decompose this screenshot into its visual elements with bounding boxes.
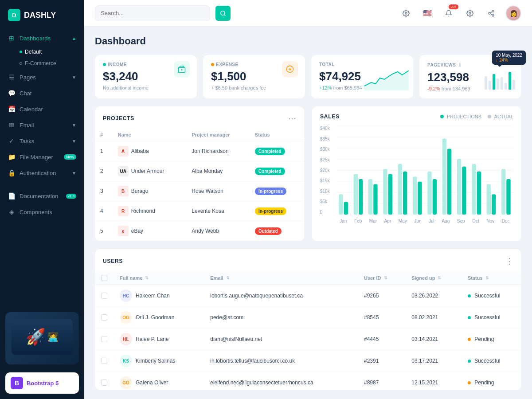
sales-header: SALES PROJECTIONS ACTUAL [320, 113, 513, 120]
flag-icon[interactable]: 🇺🇸 [420, 6, 434, 20]
gear-icon[interactable] [463, 6, 477, 20]
search-button[interactable] [215, 6, 231, 21]
user-avatar[interactable]: 👩 [505, 5, 521, 21]
row-checkbox[interactable] [101, 336, 107, 342]
select-all-checkbox[interactable] [101, 275, 107, 281]
actual-dot [488, 115, 491, 118]
status-dot [468, 316, 471, 319]
bell-icon[interactable]: 20+ [442, 6, 456, 20]
logo[interactable]: D DASHLY [0, 0, 84, 30]
col-userid[interactable]: User ID ⇅ [358, 271, 405, 285]
svg-rect-47 [506, 179, 510, 215]
svg-rect-43 [477, 172, 481, 215]
file-manager-icon: 📁 [8, 153, 15, 160]
income-icon [174, 61, 190, 77]
version-badge: v1.0 [66, 194, 76, 199]
inactive-dot [20, 62, 22, 65]
row-checkbox[interactable] [101, 293, 107, 299]
sidebar-item-calendar[interactable]: 📅 Calendar [0, 101, 84, 117]
logo-icon: D [8, 9, 20, 21]
svg-rect-29 [373, 184, 377, 215]
projects-menu[interactable]: ⋯ [288, 113, 296, 123]
col-status[interactable]: Status ⇅ [462, 271, 521, 285]
sidebar-item-email[interactable]: ✉ Email ▼ [0, 117, 84, 133]
status-text: Successful [474, 358, 500, 364]
user-name: Galena Oliver [136, 379, 168, 386]
table-row: 2 UA Under Armour Alba Monday Completed [95, 161, 304, 181]
sidebar-item-authentication[interactable]: 🔒 Authentication ▼ [0, 165, 84, 181]
row-status: In-progress [250, 181, 304, 201]
row-checkbox-cell [95, 285, 113, 307]
pageviews-change: -9.2% [427, 86, 440, 91]
svg-rect-41 [462, 166, 466, 215]
x-label: Feb [354, 219, 362, 223]
row-checkbox[interactable] [101, 314, 107, 321]
sidebar-item-chat[interactable]: 💬 Chat [0, 85, 84, 101]
pageviews-tooltip: 10 May, 2022 ↓ 24% [492, 51, 526, 65]
settings-icon-btn[interactable] [399, 6, 413, 20]
svg-rect-27 [359, 179, 363, 215]
sidebar-subitem-default[interactable]: Default [20, 46, 84, 58]
users-menu[interactable]: ⋮ [505, 256, 513, 266]
svg-rect-30 [383, 169, 387, 215]
info-icon: ℹ [459, 62, 461, 68]
y-label: $10k [320, 189, 330, 194]
promo-image: 🚀 👩‍💻 [12, 319, 73, 355]
page-title: Dashboard [95, 35, 521, 47]
x-label: Jan [340, 219, 347, 223]
chevron-icon: ▼ [72, 123, 76, 128]
row-userid: #8545 [358, 307, 405, 329]
sales-bars [336, 126, 513, 215]
row-checkbox[interactable] [101, 358, 107, 364]
projections-dot [440, 115, 444, 118]
row-checkbox-cell [95, 350, 113, 372]
sidebar-item-label: Chat [20, 90, 76, 97]
status-text: Successful [474, 293, 500, 299]
total-card: TOTAL $74,925 +12% from $65,934 [311, 55, 413, 98]
new-badge: New [64, 154, 76, 160]
project-logo: A [118, 146, 129, 156]
svg-rect-39 [447, 149, 451, 215]
row-checkbox[interactable] [101, 379, 107, 386]
row-manager: Rose Watson [186, 181, 250, 201]
row-email: eleifend.nec@ligulaconsectetuerrhoncus.c… [204, 372, 358, 391]
svg-rect-26 [354, 174, 358, 215]
projections-legend: PROJECTIONS [440, 114, 481, 119]
users-title: USERS [103, 258, 505, 264]
row-fullname: GO Galena Oliver [113, 372, 204, 391]
search-box [95, 5, 210, 21]
total-chart [364, 68, 409, 90]
sidebar-item-dashboards[interactable]: ⊞ Dashboards ▲ [0, 30, 84, 46]
sidebar-item-tasks[interactable]: ✓ Tasks ▼ [0, 133, 84, 149]
expense-icon [282, 61, 298, 77]
x-label: Jun [414, 219, 421, 223]
sidebar-item-label: Tasks [20, 138, 67, 145]
user-name: Halee P. Lane [136, 336, 169, 342]
email-icon: ✉ [8, 121, 15, 129]
users-card: USERS ⋮ Full name ⇅ Email ⇅ [95, 249, 521, 390]
x-label: Jul [429, 219, 434, 223]
sidebar-subitem-ecommerce[interactable]: E-Commerce [20, 58, 84, 69]
pageviews-bars [485, 67, 515, 90]
projects-sales-row: PROJECTS ⋯ # Name Project manager Status… [95, 106, 521, 241]
row-name: e eBay [113, 221, 187, 241]
pages-icon: ☰ [8, 74, 15, 81]
sidebar-item-pages[interactable]: ☰ Pages ▼ [0, 69, 84, 85]
col-signedup[interactable]: Signed up ⇅ [405, 271, 462, 285]
sidebar-item-file-manager[interactable]: 📁 File Manager New [0, 149, 84, 165]
sidebar-item-documentation[interactable]: 📄 Documentation v1.0 [0, 188, 84, 204]
avatar-image: 👩 [506, 6, 520, 20]
share-icon[interactable] [484, 6, 498, 20]
search-input[interactable] [101, 10, 204, 16]
col-fullname[interactable]: Full name ⇅ [113, 271, 204, 285]
sidebar-item-components[interactable]: ◈ Components [0, 204, 84, 220]
income-card: INCOME $3,240 No additional income [95, 55, 197, 98]
income-dot [103, 63, 106, 66]
svg-rect-28 [368, 179, 372, 215]
col-email[interactable]: Email ⇅ [204, 271, 358, 285]
x-label: Dec [502, 219, 510, 223]
x-label: Mar [369, 219, 377, 223]
auth-icon: 🔒 [8, 169, 15, 176]
user-name: Hakeem Chan [136, 293, 170, 299]
status-badge: In-progress [255, 207, 286, 215]
